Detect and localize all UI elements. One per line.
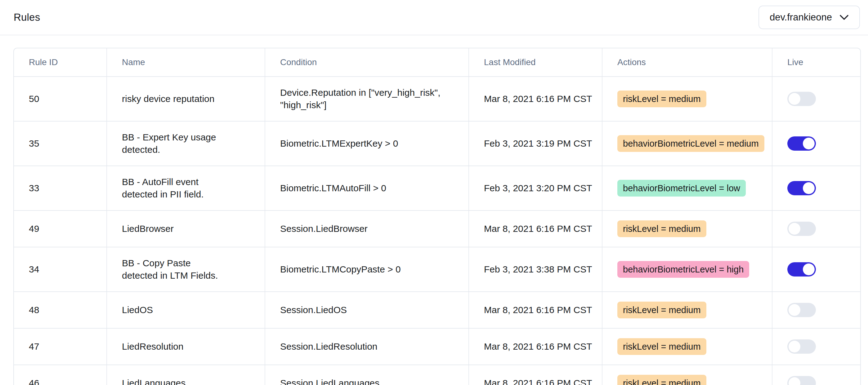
action-badge: behaviorBiometricLevel = low [617, 180, 746, 196]
live-toggle[interactable] [787, 262, 816, 277]
live-toggle[interactable] [787, 340, 816, 354]
rule-last-modified-cell: Mar 8, 2021 6:16 PM CST [469, 77, 602, 121]
column-header-last-modified: Last Modified [469, 49, 602, 76]
rule-actions-cell: riskLevel = medium [602, 77, 772, 121]
rule-live-cell [772, 329, 860, 364]
rule-name-cell: LiedResolution [107, 329, 265, 364]
rule-id-cell: 46 [14, 365, 107, 385]
rule-condition-cell: Biometric.LTMCopyPaste > 0 [265, 247, 469, 291]
toggle-knob [788, 341, 800, 352]
live-toggle[interactable] [787, 136, 816, 151]
table-row: 34 BB - Copy Paste detected in LTM Field… [14, 247, 860, 292]
rule-actions-cell: riskLevel = medium [602, 329, 772, 364]
table-row: 46 LiedLanguages Session.LiedLanguages M… [14, 365, 860, 385]
rule-condition-cell: Biometric.LTMAutoFill > 0 [265, 166, 469, 210]
table-row: 48 LiedOS Session.LiedOS Mar 8, 2021 6:1… [14, 292, 860, 329]
rule-actions-cell: riskLevel = medium [602, 292, 772, 328]
rule-condition-cell: Biometric.LTMExpertKey > 0 [265, 122, 469, 165]
toggle-knob [788, 93, 800, 105]
rule-live-cell [772, 292, 860, 328]
table-row: 35 BB - Expert Key usage detected. Biome… [14, 122, 860, 166]
table-row: 33 BB - AutoFill event detected in PII f… [14, 166, 860, 211]
rule-name-cell: LiedOS [107, 292, 265, 328]
rule-live-cell [772, 122, 860, 165]
rules-table: Rule IDNameConditionLast ModifiedActions… [13, 48, 861, 385]
toggle-knob [803, 263, 815, 275]
live-toggle[interactable] [787, 181, 816, 195]
toggle-knob [788, 304, 800, 316]
rule-id-cell: 35 [14, 122, 107, 165]
page-title: Rules [14, 11, 40, 23]
live-toggle[interactable] [787, 376, 816, 385]
rule-last-modified-cell: Feb 3, 2021 3:38 PM CST [469, 247, 602, 291]
table-header-row: Rule IDNameConditionLast ModifiedActions… [14, 49, 860, 77]
rule-condition-cell: Device.Reputation in ["very_high_risk", … [265, 77, 469, 121]
toggle-knob [803, 138, 815, 150]
rule-actions-cell: behaviorBiometricLevel = medium [602, 122, 772, 165]
rule-last-modified-cell: Mar 8, 2021 6:16 PM CST [469, 365, 602, 385]
rule-last-modified-cell: Mar 8, 2021 6:16 PM CST [469, 329, 602, 364]
table-row: 49 LiedBrowser Session.LiedBrowser Mar 8… [14, 211, 860, 247]
column-header-live: Live [772, 49, 860, 76]
rule-actions-cell: riskLevel = medium [602, 211, 772, 247]
rule-name-cell: BB - Expert Key usage detected. [107, 122, 265, 165]
rule-id-cell: 33 [14, 166, 107, 210]
rule-name-cell: LiedBrowser [107, 211, 265, 247]
table-body: 50 risky device reputation Device.Reputa… [14, 77, 860, 385]
rule-actions-cell: behaviorBiometricLevel = high [602, 247, 772, 291]
rule-name-cell: BB - AutoFill event detected in PII fiel… [107, 166, 265, 210]
toggle-knob [788, 223, 800, 235]
action-badge: behaviorBiometricLevel = medium [617, 135, 765, 152]
toggle-knob [788, 377, 800, 385]
action-badge: riskLevel = medium [617, 301, 706, 318]
rule-id-cell: 34 [14, 247, 107, 291]
table-row: 47 LiedResolution Session.LiedResolution… [14, 329, 860, 365]
environment-selector-label: dev.frankieone [770, 12, 832, 23]
live-toggle[interactable] [787, 222, 816, 236]
toggle-knob [803, 182, 815, 194]
column-header-rule-id: Rule ID [14, 49, 107, 76]
rule-live-cell [772, 365, 860, 385]
rule-actions-cell: behaviorBiometricLevel = low [602, 166, 772, 210]
rule-live-cell [772, 77, 860, 121]
live-toggle[interactable] [787, 303, 816, 317]
page-content: Rule IDNameConditionLast ModifiedActions… [0, 35, 868, 385]
rule-actions-cell: riskLevel = medium [602, 365, 772, 385]
rule-condition-cell: Session.LiedOS [265, 292, 469, 328]
rule-last-modified-cell: Feb 3, 2021 3:19 PM CST [469, 122, 602, 165]
rule-last-modified-cell: Mar 8, 2021 6:16 PM CST [469, 292, 602, 328]
rule-name-cell: risky device reputation [107, 77, 265, 121]
rule-live-cell [772, 247, 860, 291]
rule-last-modified-cell: Feb 3, 2021 3:20 PM CST [469, 166, 602, 210]
rule-condition-cell: Session.LiedBrowser [265, 211, 469, 247]
rule-id-cell: 50 [14, 77, 107, 121]
chevron-down-icon [839, 14, 849, 20]
table-row: 50 risky device reputation Device.Reputa… [14, 77, 860, 122]
action-badge: riskLevel = medium [617, 91, 706, 107]
action-badge: riskLevel = medium [617, 338, 706, 355]
column-header-actions: Actions [602, 49, 772, 76]
rule-id-cell: 47 [14, 329, 107, 364]
column-header-name: Name [107, 49, 265, 76]
action-badge: behaviorBiometricLevel = high [617, 261, 749, 278]
live-toggle[interactable] [787, 92, 816, 106]
rule-condition-cell: Session.LiedResolution [265, 329, 469, 364]
rule-last-modified-cell: Mar 8, 2021 6:16 PM CST [469, 211, 602, 247]
environment-selector-button[interactable]: dev.frankieone [758, 6, 860, 29]
rule-live-cell [772, 166, 860, 210]
rule-name-cell: LiedLanguages [107, 365, 265, 385]
action-badge: riskLevel = medium [617, 220, 706, 237]
rule-condition-cell: Session.LiedLanguages [265, 365, 469, 385]
rule-id-cell: 49 [14, 211, 107, 247]
rule-id-cell: 48 [14, 292, 107, 328]
rule-name-cell: BB - Copy Paste detected in LTM Fields. [107, 247, 265, 291]
action-badge: riskLevel = medium [617, 375, 706, 385]
top-bar: Rules dev.frankieone [0, 0, 868, 35]
column-header-condition: Condition [265, 49, 469, 76]
rule-live-cell [772, 211, 860, 247]
